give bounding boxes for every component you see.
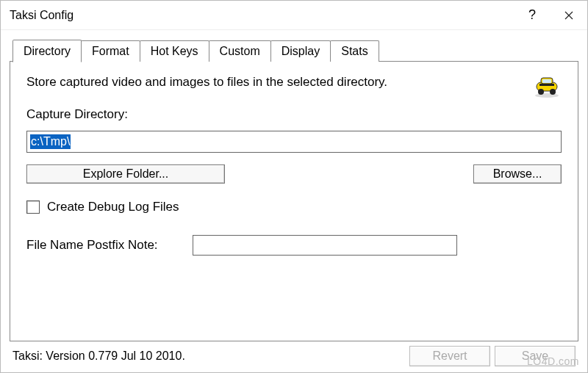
debug-log-label: Create Debug Log Files	[47, 200, 179, 214]
browse-button[interactable]: Browse...	[473, 164, 562, 184]
footer: Taksi: Version 0.779 Jul 10 2010. Revert…	[10, 341, 578, 368]
debug-log-checkbox[interactable]	[26, 200, 40, 214]
save-button[interactable]: Save	[495, 346, 576, 366]
postfix-label: File Name Postfix Note:	[26, 238, 181, 253]
window-title: Taksi Config	[10, 9, 514, 22]
tabstrip: Directory Format Hot Keys Custom Display…	[12, 36, 578, 61]
close-icon	[564, 11, 573, 20]
debug-log-row: Create Debug Log Files	[26, 200, 562, 214]
svg-rect-6	[539, 84, 554, 86]
svg-point-5	[550, 89, 556, 95]
button-row: Explore Folder... Browse...	[26, 164, 562, 184]
tab-directory[interactable]: Directory	[12, 40, 82, 62]
tab-display[interactable]: Display	[270, 40, 331, 62]
tab-hotkeys[interactable]: Hot Keys	[140, 40, 209, 62]
capture-dir-value: c:\Tmp\	[30, 134, 71, 149]
version-text: Taksi: Version 0.779 Jul 10 2010.	[12, 350, 405, 363]
postfix-input[interactable]	[193, 235, 457, 256]
tab-stats[interactable]: Stats	[330, 40, 379, 62]
explore-folder-button[interactable]: Explore Folder...	[26, 164, 225, 184]
capture-dir-input[interactable]: c:\Tmp\	[26, 131, 562, 153]
svg-point-4	[538, 89, 544, 95]
revert-button[interactable]: Revert	[409, 346, 490, 366]
client-area: Directory Format Hot Keys Custom Display…	[1, 30, 587, 372]
tab-panel-directory: Store captured video and images to files…	[10, 61, 578, 341]
description-text: Store captured video and images to files…	[26, 75, 523, 90]
taxi-icon	[532, 75, 562, 98]
tab-format[interactable]: Format	[81, 40, 140, 62]
help-button[interactable]: ?	[514, 1, 551, 30]
description-row: Store captured video and images to files…	[26, 75, 562, 98]
svg-rect-3	[542, 79, 551, 83]
close-button[interactable]	[551, 1, 587, 30]
capture-dir-label: Capture Directory:	[26, 107, 562, 122]
postfix-row: File Name Postfix Note:	[26, 235, 562, 256]
window: Taksi Config ? Directory Format Hot Keys…	[0, 0, 588, 373]
svg-point-0	[535, 93, 559, 98]
titlebar: Taksi Config ?	[1, 1, 587, 30]
tab-custom[interactable]: Custom	[209, 40, 271, 62]
